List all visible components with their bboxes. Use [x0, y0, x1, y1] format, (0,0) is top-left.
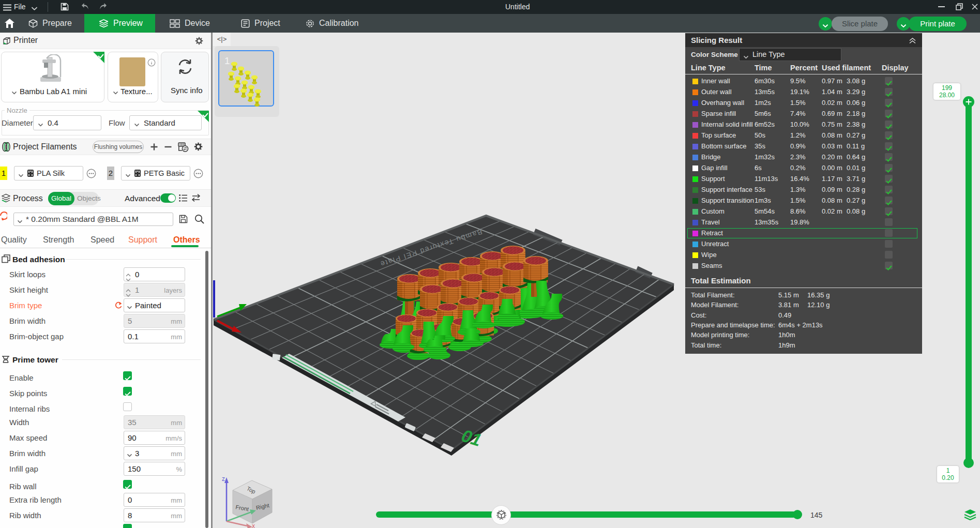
svg-text:z: z — [222, 475, 225, 482]
svg-text:x: x — [252, 522, 255, 528]
